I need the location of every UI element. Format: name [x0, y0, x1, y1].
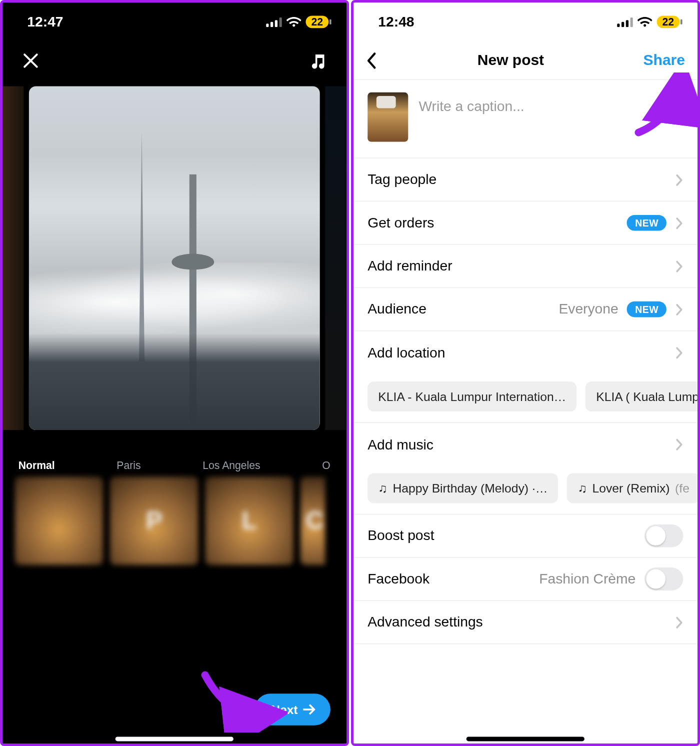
row-add-location[interactable]: Add location — [354, 332, 698, 374]
music-note-icon: ♫ — [378, 481, 388, 495]
filter-thumb-los-angeles[interactable]: L — [205, 476, 293, 564]
preview-prev-peek — [2, 86, 24, 430]
post-thumbnail[interactable] — [368, 92, 408, 142]
row-label: Add music — [368, 436, 675, 452]
row-label: Audience — [368, 302, 558, 318]
location-chip[interactable]: KLIA - Kuala Lumpur Internation… — [368, 382, 576, 412]
photo-preview-carousel[interactable] — [2, 82, 346, 434]
filter-thumb-paris[interactable]: P — [110, 476, 198, 564]
caption-input[interactable]: Write a caption... — [418, 92, 683, 142]
filter-label[interactable]: O — [322, 459, 330, 472]
row-label: Get orders — [368, 215, 627, 231]
music-note-icon: ♫ — [578, 481, 587, 495]
svg-rect-3 — [280, 17, 282, 26]
row-add-reminder[interactable]: Add reminder — [354, 245, 698, 288]
home-indicator — [466, 737, 584, 742]
filter-label[interactable]: Los Angeles — [202, 459, 260, 472]
status-bar: 12:47 22 — [2, 2, 346, 42]
chevron-right-icon — [675, 616, 683, 628]
svg-rect-2 — [275, 20, 278, 26]
chevron-right-icon — [675, 346, 683, 360]
svg-rect-4 — [617, 23, 620, 26]
photo-preview[interactable] — [29, 86, 320, 430]
filter-thumbnails[interactable]: P L C — [2, 472, 346, 565]
caption-row: Write a caption... — [354, 80, 698, 158]
row-facebook[interactable]: Facebook Fashion Crème — [354, 558, 698, 601]
filter-thumb-more[interactable]: C — [300, 476, 325, 564]
close-icon[interactable] — [16, 46, 44, 74]
row-boost-post[interactable]: Boost post — [354, 514, 698, 558]
toggle-switch[interactable] — [644, 524, 684, 548]
filter-label[interactable]: Normal — [18, 459, 55, 472]
editor-top-bar — [2, 42, 346, 80]
battery-indicator: 22 — [656, 16, 680, 28]
facebook-value: Fashion Crème — [539, 571, 636, 587]
page-title: New post — [478, 52, 544, 69]
audience-value: Everyone — [558, 302, 618, 318]
chevron-left-icon — [366, 50, 378, 70]
new-badge: NEW — [627, 302, 666, 318]
battery-indicator: 22 — [306, 16, 328, 28]
wifi-icon — [638, 16, 652, 27]
chevron-right-icon — [675, 260, 683, 272]
row-audience[interactable]: Audience Everyone NEW — [354, 288, 698, 331]
row-label: Facebook — [368, 571, 539, 587]
status-time: 12:47 — [27, 14, 63, 30]
filter-thumb-normal[interactable] — [15, 476, 103, 564]
chevron-right-icon — [675, 173, 683, 186]
status-time: 12:48 — [378, 14, 414, 30]
music-chip-title: Lover (Remix) — [592, 481, 670, 495]
svg-rect-1 — [270, 22, 273, 27]
row-label: Tag people — [368, 172, 675, 188]
svg-rect-0 — [266, 23, 268, 26]
preview-next-peek — [325, 86, 346, 430]
row-label: Add reminder — [368, 258, 675, 274]
filter-label[interactable]: Paris — [116, 459, 140, 472]
signal-icon — [266, 17, 282, 26]
location-chip[interactable]: KLIA ( Kuala Lump — [586, 382, 697, 412]
filter-labels-row: Normal Paris Los Angeles O — [2, 459, 346, 472]
row-label: Boost post — [368, 528, 644, 544]
share-button[interactable]: Share — [644, 52, 685, 69]
svg-rect-7 — [630, 17, 633, 26]
row-add-music[interactable]: Add music — [354, 423, 698, 466]
next-button[interactable]: Next — [254, 694, 330, 725]
status-bar: 12:48 22 — [354, 2, 698, 42]
music-chip[interactable]: ♫ Happy Birthday (Melody) ·… — [368, 473, 558, 503]
wifi-icon — [286, 16, 302, 27]
location-suggestions: KLIA - Kuala Lumpur Internation… KLIA ( … — [354, 374, 698, 423]
toggle-switch[interactable] — [644, 568, 684, 590]
signal-icon — [617, 17, 633, 26]
arrow-right-icon — [303, 704, 316, 714]
svg-rect-5 — [622, 22, 624, 27]
chevron-right-icon — [675, 438, 683, 451]
music-suggestions: ♫ Happy Birthday (Melody) ·… ♫ Lover (Re… — [354, 466, 698, 514]
music-chip[interactable]: ♫ Lover (Remix) (fe — [567, 473, 697, 503]
music-icon[interactable] — [304, 46, 332, 74]
row-advanced-settings[interactable]: Advanced settings — [354, 601, 698, 644]
new-badge: NEW — [627, 215, 666, 231]
music-chip-meta: (fe — [675, 481, 690, 495]
chevron-right-icon — [675, 216, 683, 230]
back-button[interactable] — [366, 50, 378, 70]
next-button-label: Next — [271, 702, 298, 716]
row-tag-people[interactable]: Tag people — [354, 158, 698, 202]
row-label: Advanced settings — [368, 614, 675, 630]
music-chip-title: Happy Birthday (Melody) ·… — [392, 481, 548, 495]
nav-bar: New post Share — [354, 42, 698, 80]
svg-rect-6 — [626, 20, 628, 26]
chevron-right-icon — [675, 302, 683, 316]
row-get-orders[interactable]: Get orders NEW — [354, 202, 698, 244]
home-indicator — [116, 737, 234, 742]
row-label: Add location — [368, 345, 675, 361]
